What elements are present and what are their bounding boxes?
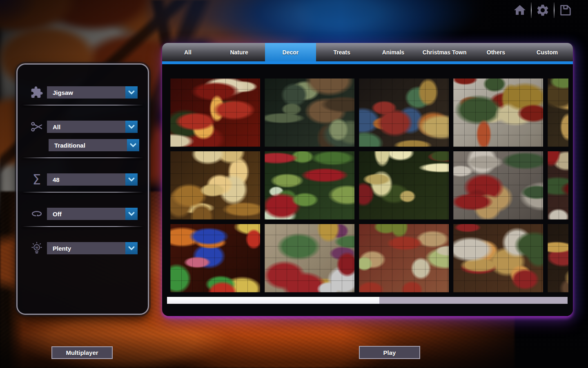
toolbar-separator [554, 2, 555, 18]
option-row-piece-count: Σ 48 [18, 173, 148, 186]
dropdown-button[interactable] [125, 208, 138, 220]
thumbnail-snowflake-ornament-pile[interactable] [265, 224, 354, 292]
option-row-rotation: Off [18, 208, 148, 220]
cut-variant-dropdown[interactable]: Traditional [49, 139, 139, 151]
tab-nature[interactable]: Nature [214, 43, 265, 61]
gear-icon [536, 3, 550, 17]
dropdown-button[interactable] [125, 86, 138, 99]
home-button[interactable] [512, 2, 528, 18]
chevron-down-icon [127, 175, 136, 184]
thumbnail-red-bauble-pinecone-branch[interactable] [453, 79, 543, 147]
option-row-cut-variant: Traditional [18, 139, 148, 151]
options-divider [22, 105, 143, 105]
thumbnail-baubles-with-gold-star[interactable] [359, 224, 449, 292]
puzzle-browser-content [162, 64, 573, 316]
dropdown-button[interactable] [125, 173, 138, 186]
save-button[interactable] [558, 2, 573, 18]
tab-christmas-town[interactable]: Christmas Town [419, 43, 470, 61]
cut-variant-value: Traditional [54, 139, 85, 151]
rotation-dropdown[interactable]: Off [47, 208, 138, 220]
thumbnail-holly-and-berries[interactable] [265, 151, 354, 220]
system-toolbar [512, 2, 573, 18]
puzzle-options-panel: Jigsaw All Tradi [16, 63, 149, 315]
rotation-icon [28, 206, 45, 222]
category-tabbar: All Nature Decor Treats Animals Christma… [162, 43, 573, 61]
tab-custom[interactable]: Custom [521, 43, 573, 61]
puzzle-piece-icon [28, 85, 45, 100]
svg-text:w: w [35, 245, 38, 249]
puzzle-browser-panel: All Nature Decor Treats Animals Christma… [162, 43, 573, 316]
settings-button[interactable] [535, 2, 550, 18]
play-button[interactable]: Play [359, 346, 420, 359]
chevron-down-icon [127, 88, 136, 96]
thumbnail-vintage-string-lights[interactable] [170, 224, 260, 292]
tab-decor[interactable]: Decor [265, 43, 316, 61]
thumbnail-candles-red-cream[interactable] [170, 79, 260, 147]
horizontal-scrollbar[interactable] [167, 297, 568, 304]
app-window: All Nature Decor Treats Animals Christma… [0, 0, 588, 368]
dropdown-button[interactable] [125, 242, 138, 254]
tab-all[interactable]: All [162, 43, 214, 61]
sigma-icon: Σ [28, 172, 45, 187]
chevron-down-icon [129, 141, 137, 149]
tab-others[interactable]: Others [470, 43, 522, 61]
thumbnail-ornament-market-stall[interactable] [359, 79, 449, 147]
thumbnail-glitter-pinecone-wreath[interactable] [265, 79, 354, 147]
tabbar-accent-line [162, 61, 573, 64]
options-divider [22, 157, 143, 158]
thumbnail-golden-advent-candles[interactable] [170, 151, 260, 220]
thumbnail-nutcracker-decor[interactable] [548, 151, 568, 220]
dropdown-button[interactable] [127, 139, 139, 151]
tab-animals[interactable]: Animals [368, 43, 419, 61]
puzzle-grid [170, 79, 568, 292]
hints-value: Plenty [53, 242, 71, 254]
hints-dropdown[interactable]: Plenty [47, 242, 138, 254]
save-icon [559, 3, 572, 17]
dropdown-button[interactable] [125, 121, 138, 133]
thumbnail-stockings-on-fireplace[interactable] [453, 151, 543, 220]
options-divider [22, 192, 143, 193]
thumbnail-striped-green-ornaments[interactable] [548, 79, 568, 147]
cut-style-dropdown[interactable]: All [47, 121, 138, 133]
rotation-value: Off [53, 208, 62, 220]
thumbnail-decorated-christmas-tree[interactable] [359, 151, 449, 220]
thumbnail-advent-calendar-stockings[interactable] [453, 224, 543, 292]
cut-style-value: All [53, 121, 60, 133]
option-row-puzzle-type: Jigsaw [18, 86, 148, 99]
option-row-cut-style: All [18, 121, 148, 133]
chevron-down-icon [127, 123, 136, 131]
scrollbar-thumb[interactable] [167, 297, 379, 304]
chevron-down-icon [127, 244, 136, 252]
chevron-down-icon [127, 210, 136, 218]
home-icon [513, 3, 527, 17]
puzzle-type-dropdown[interactable]: Jigsaw [47, 86, 138, 99]
multiplayer-button[interactable]: Multiplayer [51, 346, 113, 359]
toolbar-separator [531, 2, 532, 18]
piece-count-value: 48 [53, 173, 60, 186]
option-row-hints: w Plenty [18, 242, 148, 254]
puzzle-type-value: Jigsaw [53, 86, 73, 99]
thumbnail-christmas-market-shop[interactable] [548, 224, 568, 292]
options-divider [22, 226, 143, 227]
piece-count-dropdown[interactable]: 48 [47, 173, 138, 186]
scissors-icon [28, 119, 45, 135]
hint-bulb-icon: w [28, 240, 45, 256]
tab-treats[interactable]: Treats [316, 43, 368, 61]
